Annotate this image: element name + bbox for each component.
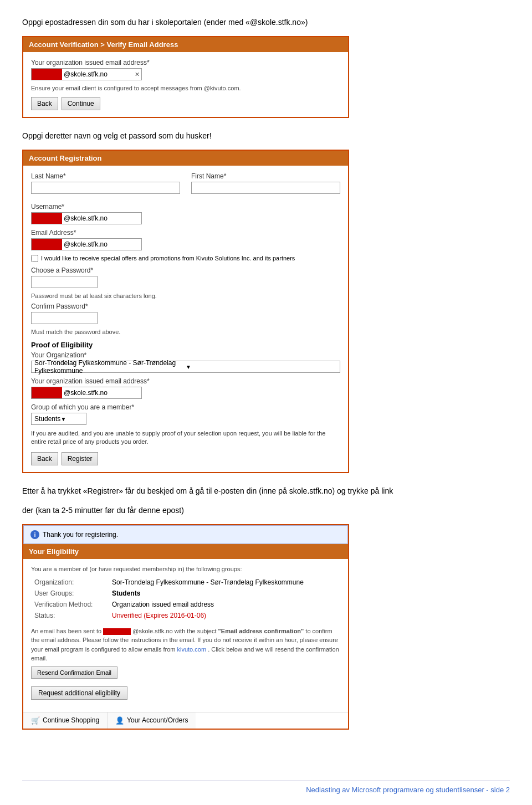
info-icon: i bbox=[30, 530, 39, 539]
method-val: Organization issued email address bbox=[109, 599, 340, 610]
username-suffix: @skole.stfk.no bbox=[62, 214, 141, 222]
continue-shopping-label: Continue Shopping bbox=[43, 716, 99, 724]
org-email-input-wrap[interactable]: @skole.stfk.no bbox=[31, 387, 142, 399]
status-val: Unverified (Expires 2016-01-06) bbox=[109, 610, 340, 621]
instruction-2: Oppgi deretter navn og velg et passord s… bbox=[22, 130, 510, 142]
org-label: Your Organization* bbox=[31, 351, 340, 359]
redacted-email-block bbox=[32, 69, 62, 80]
eligibility-table: Organization: Sor-Trondelag Fylkeskommun… bbox=[31, 577, 340, 621]
email-suffix-text: @skole.stfk.no bbox=[62, 70, 135, 78]
verify-email-header: Account Verification > Verify Email Addr… bbox=[23, 37, 348, 52]
account-registration-card: Account Registration Last Name* First Na… bbox=[22, 150, 349, 473]
proof-section-title: Proof of Eligibility bbox=[31, 341, 340, 349]
account-orders-label: Your Account/Orders bbox=[127, 716, 188, 724]
offers-checkbox-row: I would like to receive special offers a… bbox=[31, 255, 340, 262]
table-row: Status: Unverified (Expires 2016-01-06) bbox=[31, 610, 340, 621]
register-button[interactable]: Register bbox=[62, 452, 99, 465]
audit-warning-text: If you are audited, and you are unable t… bbox=[31, 429, 340, 447]
confirm-password-label: Confirm Password* bbox=[31, 302, 340, 310]
confirm-hint: Must match the password above. bbox=[31, 329, 340, 335]
offers-label: I would like to receive special offers a… bbox=[41, 255, 295, 262]
instruction-3-line2: der (kan ta 2-5 minutter før du får denn… bbox=[22, 505, 510, 516]
reg-email-input-wrap[interactable]: @skole.stfk.no bbox=[31, 238, 142, 250]
shopping-cart-icon: 🛒 bbox=[31, 716, 40, 725]
reg-email-suffix: @skole.stfk.no bbox=[62, 240, 141, 248]
password-hint: Password must be at least six characters… bbox=[31, 293, 340, 299]
firstname-input[interactable] bbox=[191, 182, 340, 194]
eligibility-intro: You are a member of (or have requested m… bbox=[31, 566, 340, 572]
table-row: Organization: Sor-Trondelag Fylkeskommun… bbox=[31, 577, 340, 588]
password-label: Choose a Password* bbox=[31, 266, 340, 274]
kivuto-link[interactable]: kivuto.com bbox=[177, 646, 207, 653]
redacted-username-block bbox=[32, 213, 62, 224]
registration-header: Account Registration bbox=[23, 151, 348, 166]
firstname-label: First Name* bbox=[191, 172, 340, 180]
back-button-verify[interactable]: Back bbox=[31, 97, 58, 110]
email-label: Your organization issued email address* bbox=[31, 59, 340, 66]
redacted-org-email-block bbox=[32, 387, 62, 398]
request-eligibility-button[interactable]: Request additional eligibility bbox=[31, 686, 127, 700]
email-input-wrap[interactable]: @skole.stfk.no ✕ bbox=[31, 68, 142, 80]
groups-key: User Groups: bbox=[31, 588, 109, 599]
page-footer: Nedlasting av Microsoft programvare og s… bbox=[22, 781, 510, 794]
continue-shopping-button[interactable]: 🛒 Continue Shopping bbox=[23, 712, 108, 729]
offers-checkbox[interactable] bbox=[31, 255, 38, 262]
thankyou-text: Thank you for registering. bbox=[43, 531, 118, 539]
thankyou-banner: i Thank you for registering. bbox=[23, 525, 348, 544]
clear-email-icon[interactable]: ✕ bbox=[135, 71, 141, 78]
group-dropdown-arrow-icon: ▼ bbox=[60, 416, 83, 422]
back-button-register[interactable]: Back bbox=[31, 452, 58, 465]
email-hint: Ensure your email client is configured t… bbox=[31, 85, 340, 91]
org-dropdown-arrow-icon: ▼ bbox=[186, 364, 337, 370]
reg-email-label: Email Address* bbox=[31, 229, 340, 237]
email-notice: An email has been sent to @skole.stfk.no… bbox=[31, 627, 340, 679]
org-val: Sor-Trondelag Fylkeskommune - Sør-Trønde… bbox=[109, 577, 340, 588]
instruction-3-line1: Etter å ha trykket «Registrer» får du be… bbox=[22, 485, 510, 497]
table-row: User Groups: Students bbox=[31, 588, 340, 599]
username-input-wrap[interactable]: @skole.stfk.no bbox=[31, 212, 142, 224]
account-orders-button[interactable]: 👤 Your Account/Orders bbox=[108, 712, 196, 729]
account-icon: 👤 bbox=[115, 716, 124, 725]
groups-val: Students bbox=[109, 588, 340, 599]
thankyou-card: i Thank you for registering. Your Eligib… bbox=[22, 524, 349, 730]
your-eligibility-header: Your Eligibility bbox=[23, 544, 348, 559]
redacted-email-inline bbox=[103, 628, 131, 635]
table-row: Verification Method: Organization issued… bbox=[31, 599, 340, 610]
footer-text: Nedlasting av Microsoft programvare og s… bbox=[306, 786, 510, 794]
method-key: Verification Method: bbox=[31, 599, 109, 610]
group-dropdown[interactable]: Students ▼ bbox=[31, 413, 86, 425]
confirm-password-input[interactable] bbox=[31, 312, 98, 324]
lastname-label: Last Name* bbox=[31, 172, 180, 180]
username-label: Username* bbox=[31, 203, 340, 211]
bottom-nav: 🛒 Continue Shopping 👤 Your Account/Order… bbox=[23, 712, 348, 729]
password-input[interactable] bbox=[31, 276, 98, 288]
redacted-reg-email-block bbox=[32, 239, 62, 250]
org-dropdown-value: Sor-Trondelag Fylkeskommune - Sør-Trønde… bbox=[34, 359, 186, 375]
verify-email-card: Account Verification > Verify Email Addr… bbox=[22, 36, 349, 118]
org-email-suffix: @skole.stfk.no bbox=[62, 389, 141, 397]
lastname-input[interactable] bbox=[31, 182, 180, 194]
instruction-1: Oppgi epostadressen din som du har i sko… bbox=[22, 17, 510, 28]
resend-confirmation-button[interactable]: Resend Confirmation Email bbox=[31, 666, 117, 679]
org-key: Organization: bbox=[31, 577, 109, 588]
org-email-label: Your organization issued email address* bbox=[31, 377, 340, 385]
group-dropdown-value: Students bbox=[34, 415, 60, 423]
group-label: Group of which you are a member* bbox=[31, 403, 340, 411]
org-dropdown[interactable]: Sor-Trondelag Fylkeskommune - Sør-Trønde… bbox=[31, 361, 340, 373]
status-key: Status: bbox=[31, 610, 109, 621]
continue-button-verify[interactable]: Continue bbox=[62, 97, 100, 110]
